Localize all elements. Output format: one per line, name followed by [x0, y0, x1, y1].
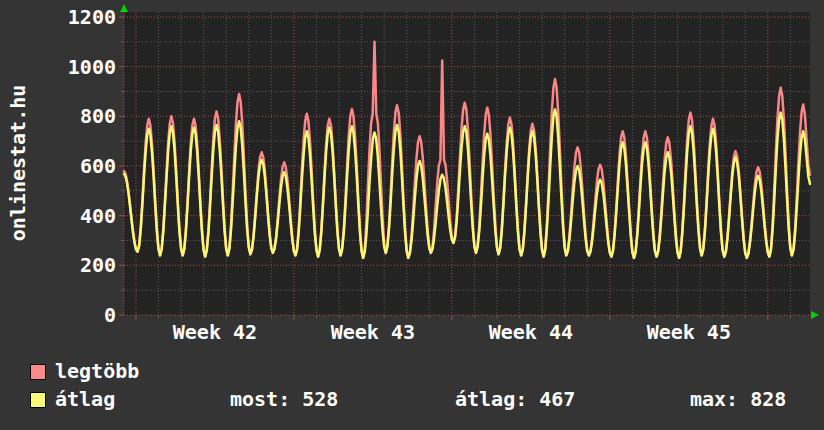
- plot-background: [124, 12, 810, 315]
- week-label: Week 44: [461, 321, 601, 343]
- y-tick-label: 1200: [28, 6, 116, 28]
- week-label: Week 43: [303, 321, 443, 343]
- y-tick-label: 400: [28, 205, 116, 227]
- y-tick-label: 1000: [28, 56, 116, 78]
- y-tick-label: 200: [28, 254, 116, 276]
- legend-swatch-icon: [30, 392, 46, 408]
- graph-canvas: onlinestat.hu 020040060080010001200 Week…: [0, 0, 824, 430]
- week-label: Week 42: [145, 321, 285, 343]
- legend-label: legtöbb: [55, 360, 139, 382]
- y-tick-label: 800: [28, 105, 116, 127]
- y-tick-label: 0: [28, 304, 116, 326]
- x-axis-arrow-icon: [811, 311, 819, 319]
- y-axis-arrow-icon: [120, 4, 128, 12]
- y-tick-label: 600: [28, 155, 116, 177]
- chart-title-vertical: onlinestat.hu: [6, 73, 28, 253]
- stat-1: átlag: 467: [455, 388, 575, 410]
- stat-2: max: 828: [690, 388, 786, 410]
- stat-0: most: 528: [230, 388, 338, 410]
- legend-swatch-icon: [30, 364, 46, 380]
- week-label: Week 45: [619, 321, 759, 343]
- legend-label: átlag: [55, 388, 115, 410]
